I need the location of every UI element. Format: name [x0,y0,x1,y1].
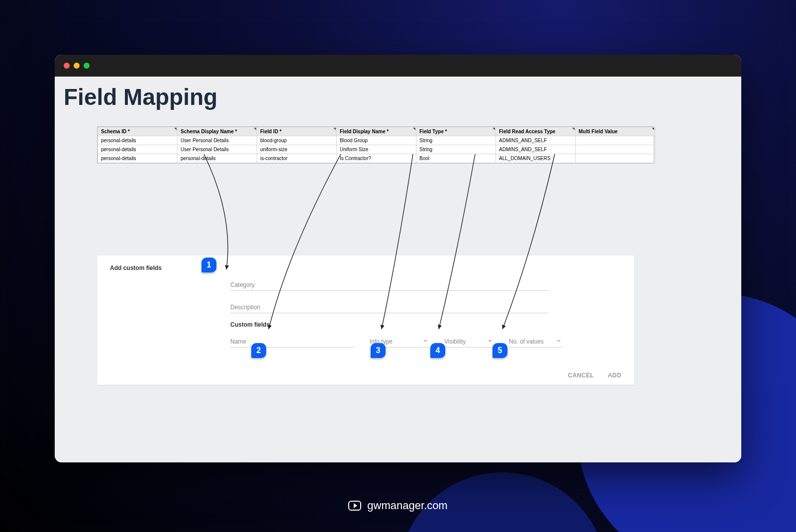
badge-1: 1 [201,258,216,272]
table-row[interactable]: personal-details User Personal Details u… [98,145,655,154]
titlebar [55,55,741,77]
category-input[interactable]: Category [230,278,549,291]
col-read-access[interactable]: Field Read Access Type [496,127,576,136]
col-field-id[interactable]: Field ID * [257,127,337,136]
name-label: Name [230,338,246,345]
description-input[interactable]: Description [230,301,549,313]
category-label: Category [230,281,255,288]
col-schema-display-name[interactable]: Schema Display Name * [178,127,257,136]
badge-2: 2 [251,343,266,358]
name-input[interactable]: Name [230,335,355,348]
youtube-icon [348,501,361,511]
col-field-type[interactable]: Field Type * [416,127,496,136]
no-of-values-select[interactable]: No. of values [509,335,563,348]
table-row[interactable]: personal-details personal-details is-con… [98,154,655,163]
panel-title: Add custom fields [110,265,621,271]
table-row[interactable]: personal-details User Personal Details b… [98,136,655,145]
table-header-row: Schema ID * Schema Display Name * Field … [98,127,655,136]
custom-fields-subhead: Custom fields [230,321,621,328]
window-minimize-icon[interactable] [74,63,80,69]
add-custom-fields-panel: Add custom fields Category Description C… [97,256,634,385]
col-multi-field-value[interactable]: Multi Field Value [576,127,655,136]
page-title: Field Mapping [64,84,217,110]
badge-5: 5 [493,343,507,358]
page-canvas: Field Mapping Schema ID * Schema Display… [55,77,741,462]
field-mapping-table: Schema ID * Schema Display Name * Field … [97,126,654,164]
brand-text: gwmanager.com [367,499,447,512]
window-close-icon[interactable] [64,63,70,69]
badge-4: 4 [430,343,445,358]
cancel-button[interactable]: CANCEL [568,372,594,379]
add-button[interactable]: ADD [608,372,621,379]
description-label: Description [230,304,260,311]
visibility-label: Visibility [444,338,466,345]
col-schema-id[interactable]: Schema ID * [98,127,178,136]
browser-window: Field Mapping Schema ID * Schema Display… [55,55,741,462]
window-maximize-icon[interactable] [84,63,90,69]
badge-3: 3 [371,343,386,358]
visibility-select[interactable]: Visibility [444,335,494,348]
col-field-display-name[interactable]: Field Display Name * [337,127,416,136]
brand-footer: gwmanager.com [0,499,796,512]
no-of-values-label: No. of values [509,338,544,345]
